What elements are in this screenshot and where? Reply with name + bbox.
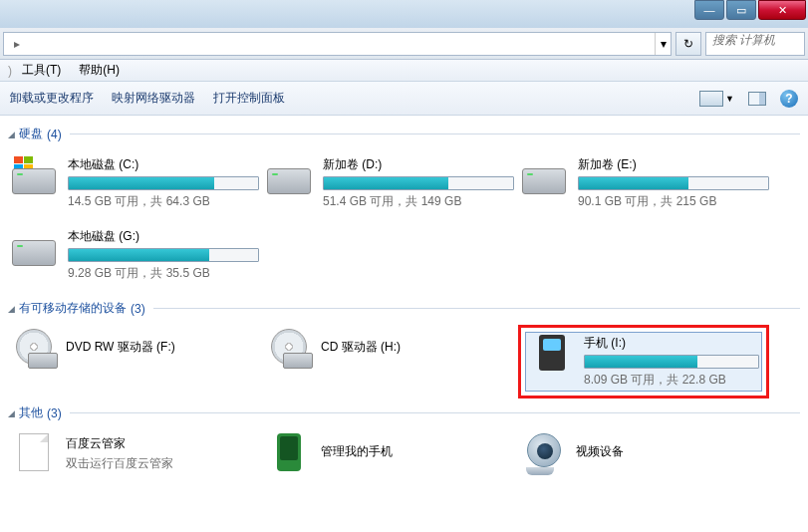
uninstall-button[interactable]: 卸载或更改程序 <box>10 90 94 107</box>
preview-pane-button[interactable] <box>748 92 766 106</box>
view-icon <box>699 91 723 107</box>
refresh-icon: ↻ <box>683 37 693 51</box>
address-bar: ▸ ▾ ↻ <box>0 28 808 60</box>
item-phone-mgr[interactable]: 管理我的手机 <box>265 433 516 473</box>
drive-dvd[interactable]: DVD RW 驱动器 (F:) <box>10 329 261 369</box>
drive-c[interactable]: 本地磁盘 (C:) 14.5 GB 可用，共 64.3 GB <box>10 154 261 212</box>
drive-cd[interactable]: CD 驱动器 (H:) <box>265 329 516 369</box>
view-button[interactable]: ▼ <box>699 91 734 107</box>
drive-name: 本地磁盘 (G:) <box>68 228 259 245</box>
group-header-hdd[interactable]: ◢ 硬盘 (4) <box>8 126 800 142</box>
drive-icon <box>267 156 315 196</box>
map-drive-button[interactable]: 映射网络驱动器 <box>112 90 195 107</box>
menu-separator: ) <box>4 62 16 80</box>
help-button[interactable]: ? <box>780 90 798 108</box>
window-titlebar: — ▭ ✕ <box>0 0 808 28</box>
drive-sub: 9.28 GB 可用，共 35.5 GB <box>68 265 259 282</box>
item-name: 管理我的手机 <box>321 443 393 460</box>
item-name: 视频设备 <box>576 443 624 460</box>
cd-icon <box>265 329 313 369</box>
drive-sub: 8.09 GB 可用，共 22.8 GB <box>584 372 759 389</box>
menu-bar: ) 工具(T) 帮助(H) <box>0 60 808 82</box>
group-label: 硬盘 <box>19 126 43 142</box>
capacity-bar <box>578 176 769 190</box>
file-icon <box>10 433 58 473</box>
drive-sub: 90.1 GB 可用，共 215 GB <box>578 193 769 210</box>
collapse-icon: ◢ <box>8 304 15 314</box>
group-rule <box>153 308 800 309</box>
drive-g[interactable]: 本地磁盘 (G:) 9.28 GB 可用，共 35.5 GB <box>10 226 261 284</box>
group-label: 有可移动存储的设备 <box>19 300 127 317</box>
capacity-bar <box>584 355 759 369</box>
chevron-down-icon: ▼ <box>725 94 734 104</box>
group-header-other[interactable]: ◢ 其他 (3) <box>8 404 800 421</box>
content-area: ◢ 硬盘 (4) 本地磁盘 (C:) 14.5 GB 可用，共 64.3 GB … <box>0 116 808 532</box>
control-panel-button[interactable]: 打开控制面板 <box>213 90 285 107</box>
drive-name: 手机 (I:) <box>584 335 759 352</box>
dvd-icon <box>10 329 58 369</box>
menu-help[interactable]: 帮助(H) <box>75 60 124 81</box>
item-name: 百度云管家 <box>66 435 173 452</box>
drive-name: CD 驱动器 (H:) <box>321 339 401 356</box>
highlight-box: 手机 (I:) 8.09 GB 可用，共 22.8 GB <box>518 325 769 399</box>
group-count: (3) <box>131 302 145 316</box>
drive-e[interactable]: 新加卷 (E:) 90.1 GB 可用，共 215 GB <box>520 154 771 212</box>
command-bar: 卸载或更改程序 映射网络驱动器 打开控制面板 ▼ ? <box>0 82 808 116</box>
group-header-removable[interactable]: ◢ 有可移动存储的设备 (3) <box>8 300 800 317</box>
group-rule <box>70 412 800 413</box>
capacity-bar <box>68 248 259 262</box>
mp3-icon <box>528 335 576 375</box>
item-video[interactable]: 视频设备 <box>520 433 771 473</box>
address-dropdown-icon[interactable]: ▾ <box>655 33 671 55</box>
breadcrumb[interactable]: ▸ ▾ <box>3 32 672 56</box>
search-box[interactable] <box>705 32 805 56</box>
group-count: (3) <box>47 406 62 420</box>
drive-sub: 14.5 GB 可用，共 64.3 GB <box>68 193 259 210</box>
drive-d[interactable]: 新加卷 (D:) 51.4 GB 可用，共 149 GB <box>265 154 516 212</box>
drive-icon <box>12 228 60 268</box>
webcam-icon <box>520 433 568 473</box>
drive-name: 新加卷 (E:) <box>578 156 769 173</box>
collapse-icon: ◢ <box>8 408 15 418</box>
maximize-button[interactable]: ▭ <box>726 0 756 20</box>
item-sub: 双击运行百度云管家 <box>66 455 173 472</box>
chevron-right-icon: ▸ <box>14 37 20 51</box>
drive-icon <box>522 156 570 196</box>
minimize-button[interactable]: — <box>694 0 724 20</box>
menu-tools[interactable]: 工具(T) <box>18 60 65 81</box>
group-label: 其他 <box>19 404 43 421</box>
capacity-bar <box>68 176 259 190</box>
collapse-icon: ◢ <box>8 130 15 139</box>
drive-name: DVD RW 驱动器 (F:) <box>66 339 175 356</box>
item-baidu[interactable]: 百度云管家 双击运行百度云管家 <box>10 433 261 473</box>
refresh-button[interactable]: ↻ <box>675 32 701 56</box>
phone-icon <box>265 433 313 473</box>
capacity-bar <box>323 176 514 190</box>
drive-sub: 51.4 GB 可用，共 149 GB <box>323 193 514 210</box>
group-count: (4) <box>47 128 62 141</box>
drive-phone[interactable]: 手机 (I:) 8.09 GB 可用，共 22.8 GB <box>525 332 762 392</box>
drive-name: 本地磁盘 (C:) <box>68 156 259 173</box>
close-button[interactable]: ✕ <box>758 0 806 20</box>
drive-name: 新加卷 (D:) <box>323 156 514 173</box>
group-rule <box>70 133 800 134</box>
search-input[interactable] <box>712 33 804 47</box>
drive-icon <box>12 156 60 196</box>
